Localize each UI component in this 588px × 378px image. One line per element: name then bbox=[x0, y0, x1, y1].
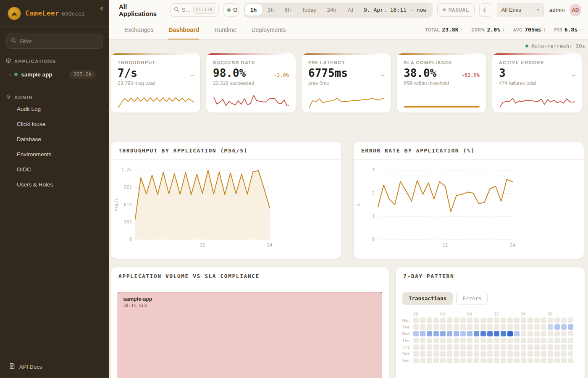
time-range-3h[interactable]: 3h bbox=[262, 4, 279, 16]
throughput-chart: msg/s1.2k92161430701224 bbox=[111, 160, 341, 259]
kpi-card-throughput: THROUGHPUT7/s–23.793 msg total bbox=[110, 53, 201, 113]
date-to: now bbox=[417, 7, 426, 13]
sidebar-item-sample-app[interactable]: › sample app 207.2k bbox=[0, 67, 109, 82]
heatmap-toggle-errors[interactable]: Errors bbox=[456, 292, 488, 305]
time-range-7d[interactable]: 7d bbox=[342, 4, 359, 16]
environment-select[interactable]: All Envs ▾ bbox=[497, 3, 544, 17]
tab-runtime[interactable]: Runtime bbox=[214, 20, 236, 39]
heatmap-cell bbox=[413, 338, 419, 343]
tab-deployments[interactable]: Deployments bbox=[252, 20, 286, 39]
heatmap-cell bbox=[534, 358, 540, 363]
heatmap-cell bbox=[514, 344, 520, 350]
kpi-delta: -2.0% bbox=[274, 72, 289, 78]
heatmap-row-tue: Tue bbox=[402, 324, 582, 330]
sidebar-item-api-docs[interactable]: API Docs bbox=[0, 356, 109, 378]
trend-arrow-icon: ↑ bbox=[502, 27, 505, 33]
heatmap-cell bbox=[454, 324, 459, 330]
heatmap-cell bbox=[568, 344, 573, 350]
heatmap-cell bbox=[427, 331, 432, 336]
sidebar-item-oidc[interactable]: OIDC bbox=[0, 163, 109, 176]
heatmap-cell bbox=[541, 358, 546, 363]
avatar[interactable]: AD bbox=[570, 4, 581, 16]
package-icon bbox=[6, 58, 11, 64]
treemap-cell-sample-app[interactable]: sample-app 38.1% SLA bbox=[118, 292, 382, 378]
sidebar-item-clickhouse[interactable]: ClickHouse bbox=[0, 118, 109, 131]
heatmap-day-label: Fri bbox=[402, 345, 413, 349]
heatmap-cell bbox=[561, 324, 567, 330]
sparkline bbox=[308, 92, 384, 109]
dark-mode-toggle[interactable]: ☾ bbox=[479, 3, 492, 17]
heatmap-cell bbox=[514, 338, 520, 343]
heatmap-day-label: Wed bbox=[402, 331, 413, 336]
heatmap-row-sat: Sat bbox=[402, 351, 582, 357]
heatmap-cell bbox=[554, 351, 560, 357]
collapse-sidebar-button[interactable]: « bbox=[100, 0, 103, 11]
time-range-today[interactable]: Today bbox=[296, 4, 322, 16]
stat-value: 6.8s bbox=[564, 26, 578, 33]
stat-err: ERR%2.0%↑ bbox=[471, 26, 504, 33]
heatmap-cell bbox=[480, 338, 486, 343]
heatmap-cell bbox=[548, 344, 553, 350]
sidebar-item-database[interactable]: Database bbox=[0, 133, 109, 146]
heatmap-cell bbox=[474, 338, 479, 343]
time-range-24h[interactable]: 24h bbox=[322, 4, 342, 16]
treemap-cell-sla: 38.1% SLA bbox=[123, 303, 377, 308]
heatmap-cell bbox=[528, 331, 533, 336]
heatmap-cell bbox=[541, 351, 546, 357]
heatmap-cell bbox=[554, 344, 560, 350]
svg-text:0: 0 bbox=[372, 236, 375, 242]
heatmap-day-label: Thu bbox=[402, 338, 413, 343]
heatmap-cell bbox=[561, 344, 567, 350]
heatmap-cell bbox=[420, 358, 425, 363]
kpi-label: SUCCESS RATE bbox=[213, 60, 289, 65]
heatmap-cell bbox=[494, 324, 499, 330]
heatmap-cell bbox=[454, 331, 459, 336]
heatmap-cell bbox=[507, 318, 513, 323]
stat-label: P99 bbox=[554, 28, 562, 32]
heatmap-row-sun: Sun bbox=[402, 358, 582, 363]
heatmap-cell bbox=[440, 351, 446, 357]
sidebar-item-audit-log[interactable]: Audit Log bbox=[0, 103, 109, 116]
manual-status-dot bbox=[443, 8, 446, 11]
heatmap-toggle-transactions[interactable]: Transactions bbox=[402, 292, 453, 305]
heatmap-cell bbox=[528, 324, 533, 330]
global-search-box[interactable]: S… Ctrl+K bbox=[170, 3, 219, 17]
heatmap-cell bbox=[528, 344, 533, 350]
filter-box[interactable] bbox=[6, 34, 103, 49]
kpi-cards-row: THROUGHPUT7/s–23.793 msg totalSUCCESS RA… bbox=[110, 53, 585, 113]
heatmap-cell bbox=[487, 331, 493, 336]
kpi-card-success-rate: SUCCESS RATE98.0%-2.0%23.319 succeeded bbox=[206, 53, 296, 113]
heatmap-toggle-group: TransactionsErrors bbox=[402, 292, 585, 305]
heatmap-cell bbox=[413, 331, 419, 336]
tabbar: ExchangesDashboardRuntimeDeployments TOT… bbox=[109, 20, 588, 39]
kpi-delta: – bbox=[572, 72, 575, 78]
heatmap-cell bbox=[507, 324, 513, 330]
summary-stats: TOTAL23.8K↑ERR%2.0%↑AVG705ms↑P996.8s↑ bbox=[425, 20, 584, 39]
heatmap-cell bbox=[507, 331, 513, 336]
kpi-value: 3 bbox=[499, 67, 506, 79]
kpi-card-p99-latency: P99 LATENCY6775ms–prev 0ms bbox=[301, 53, 391, 113]
manual-refresh-button[interactable]: MANUAL bbox=[437, 3, 475, 17]
tab-exchanges[interactable]: Exchanges bbox=[124, 20, 153, 39]
sidebar-item-environments[interactable]: Environments bbox=[0, 148, 109, 161]
heatmap-cell bbox=[541, 344, 546, 350]
chevron-right-icon[interactable]: › bbox=[9, 71, 11, 78]
tab-dashboard[interactable]: Dashboard bbox=[168, 20, 199, 39]
time-range-1h[interactable]: 1h bbox=[245, 4, 262, 16]
heatmap-cell bbox=[427, 344, 432, 350]
heatmap-cell bbox=[521, 344, 526, 350]
heatmap-cell bbox=[528, 358, 533, 363]
heatmap-cell bbox=[507, 344, 513, 350]
filter-input[interactable] bbox=[19, 38, 98, 45]
seven-day-pattern-title: 7-DAY PATTERN bbox=[396, 267, 585, 285]
time-range-6h[interactable]: 6h bbox=[279, 4, 296, 16]
bottom-row: APPLICATION VOLUME VS SLA COMPLIANCE sam… bbox=[110, 267, 585, 378]
heatmap-cell bbox=[514, 358, 520, 363]
heatmap-hour-label: 08 bbox=[467, 312, 472, 316]
heatmap-cell bbox=[413, 324, 419, 330]
kpi-subtitle: prev 0ms bbox=[308, 80, 384, 86]
connection-status-pill[interactable]: O bbox=[223, 3, 239, 17]
heatmap-cell bbox=[420, 338, 425, 343]
heatmap-hour-labels: 000408121620 bbox=[402, 311, 582, 317]
sidebar-item-users-roles[interactable]: Users & Roles bbox=[0, 178, 109, 191]
